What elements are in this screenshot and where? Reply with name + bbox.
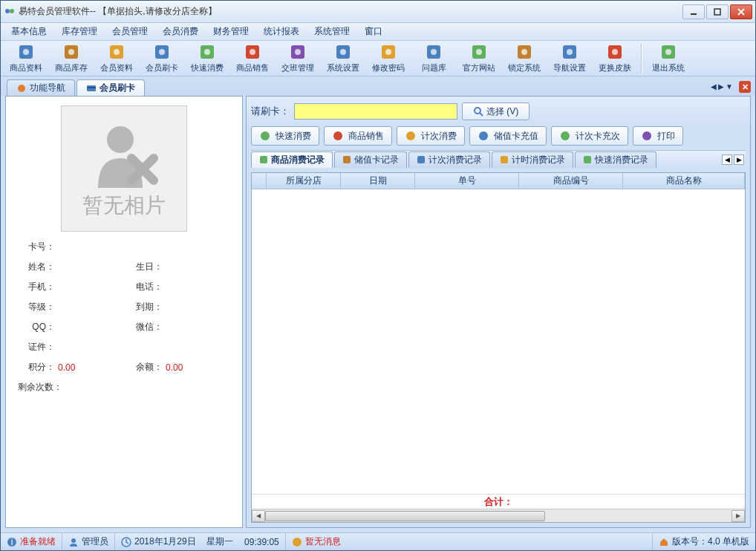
svg-point-39: [261, 131, 270, 140]
btn-fast-consume-label: 快速消费: [276, 130, 311, 143]
menu-consume[interactable]: 会员消费: [155, 23, 206, 40]
titlebar: 易特会员管理软件-- 【单据抬头,请修改分店全称】: [1, 1, 755, 23]
menu-window[interactable]: 窗口: [357, 23, 390, 40]
member-photo: 暂无相片: [61, 105, 187, 232]
val-balance: 0.00: [166, 362, 230, 373]
toolbar-change-pwd-icon: [379, 43, 397, 61]
scroll-track[interactable]: [265, 510, 731, 522]
toolbar-goods-sale[interactable]: 商品销售: [230, 42, 275, 75]
message-icon: [292, 537, 302, 547]
svg-point-5: [23, 49, 29, 55]
horizontal-scrollbar[interactable]: ◀ ▶: [252, 509, 745, 522]
th-bill-no[interactable]: 单号: [415, 173, 519, 189]
toolbar-lock-icon: [515, 43, 533, 61]
svg-rect-3: [714, 9, 720, 15]
record-tab-3-label: 计时消费记录: [512, 154, 565, 166]
tab-member-swipe[interactable]: 会员刷卡: [76, 79, 145, 96]
tab-prev[interactable]: ◀: [711, 82, 717, 91]
btn-count-consume[interactable]: 计次消费: [397, 126, 465, 146]
toolbar-system-settings[interactable]: 系统设置: [321, 42, 365, 75]
val-wechat: [166, 322, 230, 333]
minimize-button[interactable]: [682, 4, 705, 19]
scroll-thumb[interactable]: [265, 511, 545, 521]
scroll-right-button[interactable]: ▶: [731, 510, 745, 522]
toolbar-faq[interactable]: 问题库: [411, 42, 456, 75]
menu-stock[interactable]: 库存管理: [54, 23, 105, 40]
table-header: 所属分店 日期 单号 商品编号 商品名称: [252, 173, 745, 189]
btn-recharge[interactable]: 储值卡充值: [469, 126, 547, 146]
record-tab-4-label: 快速消费记录: [595, 154, 648, 166]
tab-dropdown[interactable]: ▼: [726, 82, 733, 91]
action-buttons-row: 快速消费商品销售计次消费储值卡充值计次卡充次打印: [251, 126, 746, 146]
th-date[interactable]: 日期: [341, 173, 415, 189]
menu-report[interactable]: 统计报表: [256, 23, 307, 40]
toolbar-nav-settings[interactable]: 导航设置: [547, 42, 592, 75]
close-button[interactable]: [730, 4, 752, 19]
record-tab-2[interactable]: 计次消费记录: [408, 151, 490, 168]
record-tab-0[interactable]: 商品消费记录: [251, 151, 333, 168]
rec-tab-prev[interactable]: ◀: [722, 154, 732, 165]
record-tab-4[interactable]: 快速消费记录: [575, 151, 656, 168]
th-goods-name[interactable]: 商品名称: [623, 173, 745, 189]
search-icon: [473, 106, 483, 117]
maximize-button[interactable]: [706, 4, 729, 19]
tab-nav-home[interactable]: 功能导航: [7, 79, 75, 96]
toolbar-shift-icon: [289, 43, 307, 61]
status-version: 版本号：4.0 单机版: [653, 533, 755, 550]
statusbar: i 准备就绪 管理员 2018年1月29日 星期一 09:39:05 暂无消息 …: [1, 532, 755, 550]
th-goods-code[interactable]: 商品编号: [519, 173, 623, 189]
toolbar-change-pwd[interactable]: 修改密码: [366, 42, 411, 75]
toolbar-exit-icon: [659, 43, 677, 61]
toolbar-member-info[interactable]: 会员资料: [94, 42, 139, 75]
btn-goods-sale[interactable]: 商品销售: [324, 126, 392, 146]
transaction-panel: 请刷卡： 选择 (V) 快速消费商品销售计次消费储值卡充值计次卡充次打印 商品消…: [246, 96, 751, 528]
toolbar-goods-stock[interactable]: 商品库存: [49, 42, 94, 75]
toolbar-skin[interactable]: 更换皮肤: [593, 42, 637, 75]
svg-rect-2: [691, 13, 697, 15]
btn-add-count[interactable]: 计次卡充次: [551, 126, 628, 146]
toolbar-exit[interactable]: 退出系统: [646, 42, 691, 75]
record-tab-1-label: 储值卡记录: [354, 154, 399, 166]
th-branch[interactable]: 所属分店: [267, 173, 341, 189]
toolbar-change-pwd-label: 修改密码: [372, 62, 405, 74]
tab-nav-arrows: ◀ ▶ ▼: [711, 82, 733, 91]
table-body: [252, 189, 745, 494]
toolbar-lock[interactable]: 锁定系统: [502, 42, 547, 75]
label-expire: 到期：: [126, 301, 163, 313]
menu-basic-info[interactable]: 基本信息: [4, 23, 54, 40]
label-card-no: 卡号：: [18, 241, 55, 253]
btn-print[interactable]: 打印: [633, 126, 683, 146]
record-tab-3[interactable]: 计时消费记录: [492, 151, 573, 168]
tab-next[interactable]: ▶: [718, 82, 724, 91]
th-selector[interactable]: [252, 173, 267, 189]
val-birthday: [166, 262, 230, 273]
swipe-card-input[interactable]: [294, 103, 457, 120]
record-tab-1[interactable]: 储值卡记录: [334, 151, 407, 168]
toolbar-member-info-icon: [108, 43, 126, 61]
toolbar-goods-info[interactable]: 商品资料: [4, 42, 48, 75]
toolbar-goods-info-icon: [17, 43, 35, 61]
svg-point-42: [479, 131, 488, 140]
svg-point-44: [642, 131, 651, 140]
toolbar-fast-consume[interactable]: 快速消费: [185, 42, 229, 75]
val-level: [58, 302, 123, 313]
menu-system[interactable]: 系统管理: [307, 23, 357, 40]
toolbar-system-settings-label: 系统设置: [327, 62, 359, 74]
app-window: 易特会员管理软件-- 【单据抬头,请修改分店全称】 基本信息 库存管理 会员管理…: [0, 0, 756, 551]
record-tabs: 商品消费记录储值卡记录计次消费记录计时消费记录快速消费记录 ◀ ▶: [251, 150, 746, 168]
toolbar-official-site[interactable]: 官方网站: [457, 42, 501, 75]
select-member-button[interactable]: 选择 (V): [462, 102, 529, 120]
tab-close-button[interactable]: ✕: [739, 81, 751, 93]
toolbar-shift[interactable]: 交班管理: [276, 42, 320, 75]
scroll-left-button[interactable]: ◀: [252, 510, 265, 522]
menu-finance[interactable]: 财务管理: [206, 23, 256, 40]
label-idcard: 证件：: [18, 341, 55, 353]
svg-point-33: [665, 49, 671, 55]
record-tab-3-icon: [500, 155, 509, 164]
toolbar-member-swipe[interactable]: 会员刷卡: [140, 42, 184, 75]
menu-member[interactable]: 会员管理: [105, 23, 155, 40]
toolbar-official-site-icon: [470, 43, 488, 61]
btn-add-count-icon: [559, 130, 571, 142]
btn-fast-consume[interactable]: 快速消费: [251, 126, 319, 146]
rec-tab-next[interactable]: ▶: [734, 154, 744, 165]
